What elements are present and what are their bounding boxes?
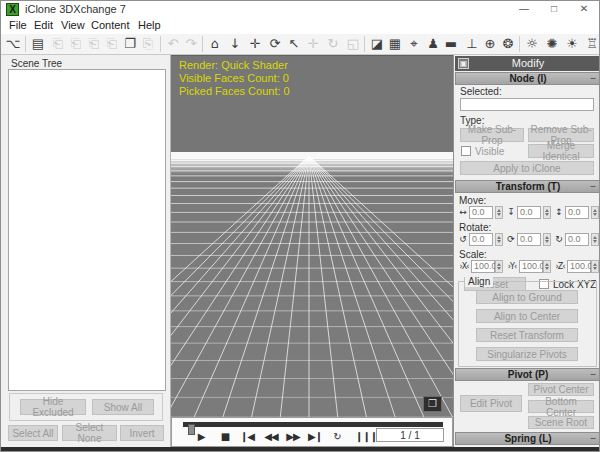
spin-buttons[interactable] — [495, 233, 503, 246]
move-y-spinner[interactable]: ↧ 0.0 — [505, 206, 551, 219]
spin-buttons[interactable] — [543, 260, 551, 273]
menu-edit[interactable]: Edit — [34, 19, 53, 31]
scale-z-field[interactable]: 100.0 — [567, 260, 591, 273]
move-z-spinner[interactable]: ↕ 0.0 — [553, 206, 599, 219]
overlay-picked-faces: Picked Faces Count: 0 — [179, 85, 290, 98]
bottom-center-button[interactable]: Bottom Center — [528, 400, 594, 413]
node-section-header[interactable]: Node (I) − — [455, 72, 600, 85]
spin-buttons[interactable] — [591, 233, 599, 246]
spin-buttons[interactable] — [591, 206, 599, 219]
spin-buttons[interactable] — [543, 233, 551, 246]
rotate-x-spinner[interactable]: ↺ 0.0 — [457, 233, 503, 246]
close-button[interactable]: ✕ — [569, 1, 599, 17]
pivot-display-icon[interactable]: ⊥ — [463, 35, 481, 53]
selected-value-field[interactable] — [460, 98, 594, 111]
scene-tree-title: Scene Tree — [11, 58, 62, 69]
scale-y-field[interactable]: 100.0 — [519, 260, 543, 273]
camera-orbit-icon[interactable]: ⟳ — [266, 35, 284, 53]
rotate-z-field[interactable]: 0.0 — [565, 233, 589, 246]
menu-file[interactable]: File — [9, 19, 27, 31]
scene-tree-list[interactable] — [8, 69, 166, 391]
stage-preview-icon[interactable]: ♖ — [583, 35, 600, 53]
pivot-center-button[interactable]: Pivot Center — [528, 383, 594, 396]
spring-section-header[interactable]: Spring (L) − — [455, 432, 600, 445]
directional-light-icon[interactable]: ☀ — [563, 35, 581, 53]
move-x-spinner[interactable]: ↔ 0.0 — [457, 206, 503, 219]
go-to-start-button[interactable]: ❙◀ — [238, 430, 256, 444]
rotate-y-field[interactable]: 0.0 — [517, 233, 541, 246]
collapse-icon[interactable]: − — [590, 73, 596, 85]
go-to-end-button[interactable]: ▶❙ — [306, 430, 324, 444]
frame-counter-field[interactable]: 1 / 1 — [376, 428, 444, 442]
redo-icon: ↷ — [182, 35, 200, 53]
scale-y-spinner[interactable]: ›Y‹ 100.0 — [505, 260, 551, 273]
stop-button[interactable]: ■ — [218, 430, 232, 444]
menu-view[interactable]: View — [61, 19, 85, 31]
character-display-icon[interactable]: ♟ — [424, 35, 442, 53]
camera-zoom-icon[interactable]: ↓ — [226, 35, 244, 53]
frame-mode-button[interactable]: ❙❙❙ — [355, 430, 371, 444]
scale-z-spinner[interactable]: ›Z‹ 100.0 — [553, 260, 599, 273]
render-state-icon[interactable]: ◪ — [368, 35, 386, 53]
shadow-toggle-icon[interactable]: ❂ — [499, 35, 517, 53]
open-file-icon[interactable]: ▤ — [29, 35, 47, 53]
convert-content-icon[interactable]: ❐ — [121, 35, 139, 53]
singularize-pivots-button[interactable]: Singularize Pivots — [476, 347, 578, 361]
rewind-button[interactable]: ◀◀ — [262, 430, 280, 444]
apply-to-iclone-button[interactable]: Apply to iClone — [460, 161, 594, 175]
collapse-icon[interactable]: − — [590, 369, 596, 381]
move-x-field[interactable]: 0.0 — [469, 206, 493, 219]
invert-button[interactable]: Invert — [120, 425, 164, 441]
pick-tool-icon[interactable]: ↖ — [285, 35, 303, 53]
spin-buttons[interactable] — [591, 260, 599, 273]
edit-pivot-button[interactable]: Edit Pivot — [460, 395, 522, 412]
play-button[interactable]: ▶ — [194, 430, 208, 444]
axis-toggle-icon[interactable]: ⌖ — [405, 35, 423, 53]
scene-tree-toggle-icon[interactable]: ⌥ — [4, 35, 22, 53]
scene-root-button[interactable]: Scene Root — [528, 416, 594, 429]
camera-home-icon[interactable]: ⌂ — [206, 35, 224, 53]
grid-toggle-icon[interactable]: ▦ — [386, 35, 404, 53]
select-all-button[interactable]: Select All — [8, 425, 58, 441]
rotate-x-field[interactable]: 0.0 — [469, 233, 493, 246]
pivot-section-header[interactable]: Pivot (P) − — [455, 368, 600, 381]
select-none-button[interactable]: Select None — [62, 425, 117, 441]
scale-x-spinner[interactable]: ›X‹ 100.0 — [457, 260, 503, 273]
merge-identical-button[interactable]: Merge Identical — [528, 144, 594, 158]
point-light-icon[interactable]: ☼ — [523, 35, 541, 53]
move-y-field[interactable]: 0.0 — [517, 206, 541, 219]
show-all-button[interactable]: Show All — [92, 399, 154, 415]
rotate-y-spinner[interactable]: ⟳ 0.0 — [505, 233, 551, 246]
viewport-popout-button[interactable]: ❐ — [423, 396, 442, 412]
fast-forward-button[interactable]: ▶▶ — [284, 430, 302, 444]
spin-buttons[interactable] — [543, 206, 551, 219]
image-display-icon[interactable]: ▬ — [442, 35, 460, 53]
timeline-track[interactable] — [183, 422, 443, 427]
menu-help[interactable]: Help — [138, 19, 161, 31]
reset-transform-button[interactable]: Reset Transform — [476, 328, 578, 342]
spin-buttons[interactable] — [495, 206, 503, 219]
make-sub-prop-button[interactable]: Make Sub-Prop — [460, 128, 524, 142]
move-z-field[interactable]: 0.0 — [565, 206, 589, 219]
scale-x-field[interactable]: 100.0 — [471, 260, 495, 273]
hide-excluded-button[interactable]: Hide Excluded — [20, 399, 86, 415]
spot-light-icon[interactable]: ✺ — [543, 35, 561, 53]
collapse-icon[interactable]: − — [590, 433, 596, 445]
visible-checkbox[interactable] — [461, 146, 471, 156]
menu-content[interactable]: Content — [91, 19, 130, 31]
camera-pan-icon[interactable]: ✛ — [246, 35, 264, 53]
rotate-z-spinner[interactable]: ↻ 0.0 — [553, 233, 599, 246]
export-file-icon: ⎗ — [103, 35, 121, 53]
align-to-center-button[interactable]: Align to Center — [476, 309, 578, 323]
viewport-3d[interactable]: Render: Quick Shader Visible Faces Count… — [171, 55, 453, 417]
move-tool-icon: ✛ — [304, 35, 322, 53]
align-to-ground-button[interactable]: Align to Ground — [476, 290, 578, 304]
panel-dock-icon[interactable]: ▣ — [458, 58, 469, 69]
transform-section-header[interactable]: Transform (T) − — [455, 180, 600, 193]
spin-buttons[interactable] — [495, 260, 503, 273]
loop-button[interactable]: ↻ — [329, 430, 345, 444]
world-globe-icon[interactable]: ⊕ — [481, 35, 499, 53]
maximize-button[interactable]: □ — [539, 1, 569, 17]
collapse-icon[interactable]: − — [590, 181, 596, 193]
minimize-button[interactable]: — — [509, 1, 539, 17]
